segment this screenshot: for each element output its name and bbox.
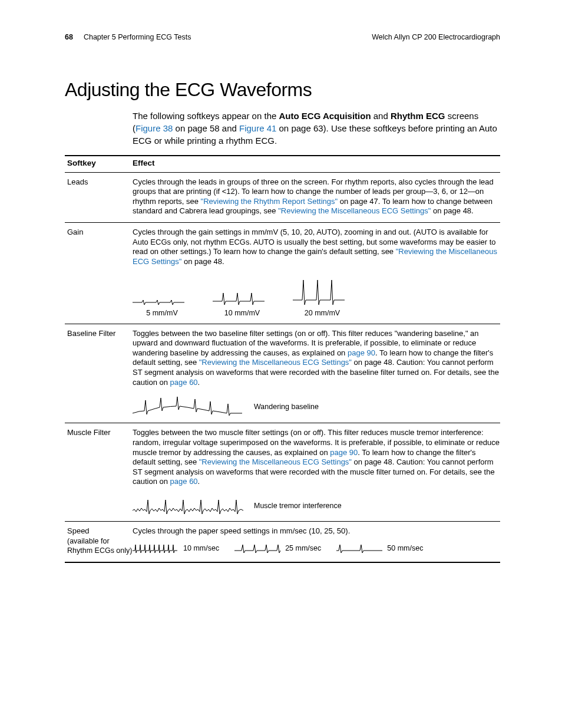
ecg-wave-10mm-icon xyxy=(213,287,272,306)
effect-baseline: Toggles between the two baseline filter … xyxy=(133,324,500,423)
page-number: 68 xyxy=(65,33,73,41)
softkey-baseline: Baseline Filter xyxy=(65,324,133,423)
page-90-link[interactable]: page 90 xyxy=(330,448,358,457)
misc-ecg-settings-link[interactable]: "Reviewing the Miscellaneous ECG Setting… xyxy=(199,457,352,466)
misc-ecg-settings-link[interactable]: "Reviewing the Miscellaneous ECG Setting… xyxy=(278,206,431,215)
muscle-tremor-label: Muscle tremor interference xyxy=(254,501,342,510)
gain-10-label: 10 mm/mV xyxy=(224,308,260,318)
speed-10-label: 10 mm/sec xyxy=(183,543,219,553)
row-leads: Leads Cycles through the leads in groups… xyxy=(65,172,500,223)
col-softkey: Softkey xyxy=(65,156,133,172)
page-60-link[interactable]: page 60 xyxy=(170,477,198,486)
ecg-wave-20mm-icon xyxy=(293,278,352,306)
softkey-leads: Leads xyxy=(65,172,133,223)
gain-5-label: 5 mm/mV xyxy=(146,308,177,318)
page-90-link[interactable]: page 90 xyxy=(348,348,375,357)
speed-25-label: 25 mm/sec xyxy=(285,543,321,553)
softkey-speed: Speed (available for Rhythm ECGs only) xyxy=(65,522,133,562)
effect-speed: Cycles through the paper speed settings … xyxy=(133,522,500,562)
misc-ecg-settings-link[interactable]: "Reviewing the Miscellaneous ECG Setting… xyxy=(199,358,352,367)
wandering-baseline-icon xyxy=(133,397,244,417)
row-muscle-filter: Muscle Filter Toggles between the two mu… xyxy=(65,423,500,522)
page-header: 68Chapter 5 Performing ECG Tests Welch A… xyxy=(65,33,500,42)
gain-20-label: 20 mm/mV xyxy=(305,308,340,318)
page-title: Adjusting the ECG Waveforms xyxy=(65,78,500,101)
effect-muscle: Toggles between the two muscle filter se… xyxy=(133,423,500,522)
product-name: Welch Allyn CP 200 Electrocardiograph xyxy=(372,33,500,42)
rhythm-report-settings-link[interactable]: "Reviewing the Rhythm Report Settings" xyxy=(201,197,338,206)
softkey-gain: Gain xyxy=(65,223,133,324)
figure-38-link[interactable]: Figure 38 xyxy=(135,123,173,133)
speed-50-icon xyxy=(336,542,384,554)
intro-paragraph: The following softkeys appear on the Aut… xyxy=(133,110,500,147)
muscle-tremor-icon xyxy=(133,496,244,515)
row-baseline-filter: Baseline Filter Toggles between the two … xyxy=(65,324,500,423)
effect-leads: Cycles through the leads in groups of th… xyxy=(133,172,500,223)
chapter-title: Chapter 5 Performing ECG Tests xyxy=(84,33,191,41)
page-60-link[interactable]: page 60 xyxy=(170,378,198,387)
speed-50-label: 50 mm/sec xyxy=(387,543,423,553)
speed-25-icon xyxy=(234,542,282,554)
softkey-table: Softkey Effect Leads Cycles through the … xyxy=(65,155,500,563)
figure-41-link[interactable]: Figure 41 xyxy=(239,123,276,133)
col-effect: Effect xyxy=(133,156,500,172)
row-speed: Speed (available for Rhythm ECGs only) C… xyxy=(65,522,500,562)
wandering-baseline-label: Wandering baseline xyxy=(254,402,319,411)
row-gain: Gain Cycles through the gain settings in… xyxy=(65,223,500,324)
softkey-muscle: Muscle Filter xyxy=(65,423,133,522)
speed-10-icon xyxy=(133,542,180,554)
ecg-wave-5mm-icon xyxy=(133,293,191,306)
effect-gain: Cycles through the gain settings in mm/m… xyxy=(133,223,500,324)
